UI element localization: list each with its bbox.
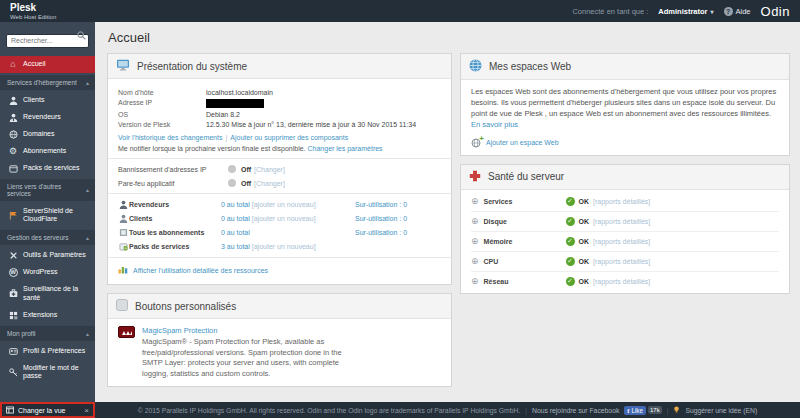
sidebar-item-accueil[interactable]: ⌂ Accueil [0, 56, 95, 73]
learn-more-link[interactable]: En savoir plus [471, 120, 518, 129]
collapse-icon: ▴ [86, 234, 89, 241]
add-globe-icon: + [471, 138, 482, 148]
total-link[interactable]: 0 au total [221, 215, 250, 222]
change-link[interactable]: [Changer] [254, 166, 285, 173]
suggest-idea-link[interactable]: Suggérer une idée (EN) [685, 407, 757, 414]
overuse-link[interactable]: Sur-utilisation : 0 [355, 201, 441, 208]
stat-label: Packs de services [129, 243, 221, 250]
expand-icon[interactable]: ⊕ [471, 257, 479, 266]
sidebar-item-wordpress[interactable]: W WordPress [0, 264, 95, 281]
expand-icon[interactable]: ⊕ [471, 217, 479, 226]
detailed-reports-link[interactable]: [rapports détaillés] [593, 218, 650, 225]
sidebar-item-revendeurs[interactable]: Revendeurs [0, 109, 95, 126]
stat-links: 0 au total [ajouter un nouveau] [221, 215, 355, 222]
close-icon[interactable]: × [84, 406, 89, 415]
resources-row: Afficher l'utilisation détaillée des res… [118, 265, 441, 275]
sidebar-item-packs[interactable]: Packs de services [0, 160, 95, 177]
plesk-logo[interactable]: Plesk Web Host Edition [10, 3, 56, 20]
sidebar-item-label: Abonnements [23, 147, 66, 156]
divider [108, 193, 451, 194]
status-off-icon [228, 179, 236, 187]
total-link[interactable]: 3 au total [221, 243, 250, 250]
tools-icon [8, 251, 18, 260]
health-monitor-icon [8, 289, 18, 298]
magicspam-link[interactable]: MagicSpam Protection [142, 326, 217, 335]
expand-icon[interactable]: ⊕ [471, 237, 479, 246]
sidebar-item-label: Surveillance de la santé [23, 285, 89, 303]
components-link[interactable]: Ajouter ou supprimer des composants [230, 134, 348, 141]
sidebar-item-extensions[interactable]: Extensions [0, 307, 95, 324]
add-new-link[interactable]: [ajouter un nouveau] [252, 215, 316, 222]
help-link[interactable]: ? Aide [724, 7, 751, 16]
join-facebook-link[interactable]: Nous rejoindre sur Facebook [532, 407, 619, 414]
section-label: Mon profil [7, 330, 36, 337]
change-view-button[interactable]: Changer la vue × [0, 402, 95, 418]
connected-as-label: Connecté en tant que : [572, 7, 648, 16]
facebook-like-button[interactable]: f Like [624, 406, 646, 415]
sidebar: ⌂ Accueil Services d'hébergement ▴ Clien… [0, 22, 95, 402]
detailed-reports-link[interactable]: [rapports détaillés] [593, 238, 650, 245]
separator: | [225, 134, 227, 141]
facebook-like-widget: f Like 17k [624, 406, 661, 415]
sidebar-section-server-management[interactable]: Gestion des serveurs ▴ [0, 230, 95, 245]
panel-title: Boutons personnalisés [135, 301, 236, 312]
sidebar-item-surveillance-sante[interactable]: Surveillance de la santé [0, 281, 95, 307]
add-webspace-link[interactable]: Ajouter un espace Web [486, 139, 559, 146]
stat-label: Tous les abonnements [129, 229, 221, 236]
add-new-link[interactable]: [ajouter un nouveau] [252, 243, 316, 250]
add-new-link[interactable]: [ajouter un nouveau] [252, 201, 316, 208]
sidebar-section-hosting[interactable]: Services d'hébergement ▴ [0, 75, 95, 90]
sidebar-item-abonnements[interactable]: ⚙ Abonnements [0, 143, 95, 160]
separator: | [525, 407, 527, 414]
client-icon [8, 96, 18, 105]
notify-settings-link[interactable]: Changer les paramètres [308, 145, 383, 152]
detailed-reports-link[interactable]: [rapports détaillés] [593, 258, 650, 265]
odin-logo: Odin [761, 4, 790, 19]
changelog-link[interactable]: Voir l'historique des changements [118, 134, 222, 141]
package-icon [8, 164, 18, 173]
sidebar-item-modifier-mot-de-passe[interactable]: Modifier le mot de passe [0, 360, 95, 386]
toggle-label: Pare-feu applicatif [118, 180, 228, 187]
info-label: Adresse IP [118, 99, 206, 108]
total-link[interactable]: 0 au total [221, 229, 250, 236]
webspace-globe-icon [469, 59, 482, 74]
sidebar-item-profil-preferences[interactable]: Profil & Préférences [0, 343, 95, 360]
help-label: Aide [736, 7, 751, 16]
separator: | [667, 407, 669, 414]
ok-check-icon: ✓ [566, 257, 575, 266]
section-label: Gestion des serveurs [7, 234, 68, 241]
sidebar-section-mon-profil[interactable]: Mon profil ▴ [0, 326, 95, 341]
health-label: Services [484, 198, 566, 205]
panel-title: Présentation du système [137, 61, 247, 72]
detailed-reports-link[interactable]: [rapports détaillés] [593, 278, 650, 285]
hostname-value: localhost.localdomain [206, 89, 273, 96]
overuse-link[interactable]: Sur-utilisation : 0 [355, 229, 441, 236]
detailed-reports-link[interactable]: [rapports détaillés] [593, 198, 650, 205]
toggle-status: Off [241, 180, 251, 187]
copyright-text: © 2015 Parallels IP Holdings GmbH. All r… [138, 407, 521, 414]
overuse-link[interactable]: Sur-utilisation : 0 [355, 215, 441, 222]
search-icon [77, 31, 86, 40]
sidebar-item-outils-parametres[interactable]: Outils & Paramètres [0, 247, 95, 264]
divider [108, 257, 451, 258]
sidebar-item-domaines[interactable]: Domaines [0, 126, 95, 143]
server-health-panel: Santé du serveur ⊕ Services ✓ OK [rappor… [460, 164, 790, 294]
change-link[interactable]: [Changer] [254, 180, 285, 187]
total-link[interactable]: 0 au total [221, 201, 250, 208]
section-label: Liens vers d'autres services [7, 183, 86, 197]
sidebar-item-clients[interactable]: Clients [0, 92, 95, 109]
ok-check-icon: ✓ [566, 277, 575, 286]
custom-buttons-header: Boutons personnalisés [108, 294, 451, 319]
sidebar-section-other-services[interactable]: Liens vers d'autres services ▴ [0, 179, 95, 201]
expand-icon[interactable]: ⊕ [471, 197, 479, 206]
sidebar-item-servershield[interactable]: ServerShield de CloudFlare [0, 203, 95, 229]
expand-icon[interactable]: ⊕ [471, 277, 479, 286]
user-menu[interactable]: Administrator ▾ [658, 7, 713, 16]
globe-icon [8, 130, 18, 139]
sidebar-item-label: Accueil [23, 60, 46, 69]
webspaces-panel: Mes espaces Web Les espaces Web sont des… [460, 53, 790, 156]
sidebar-item-label: Extensions [23, 311, 57, 320]
like-count-badge: 17k [648, 406, 662, 414]
detailed-usage-link[interactable]: Afficher l'utilisation détaillée des res… [133, 267, 268, 274]
health-status: OK [579, 278, 590, 285]
